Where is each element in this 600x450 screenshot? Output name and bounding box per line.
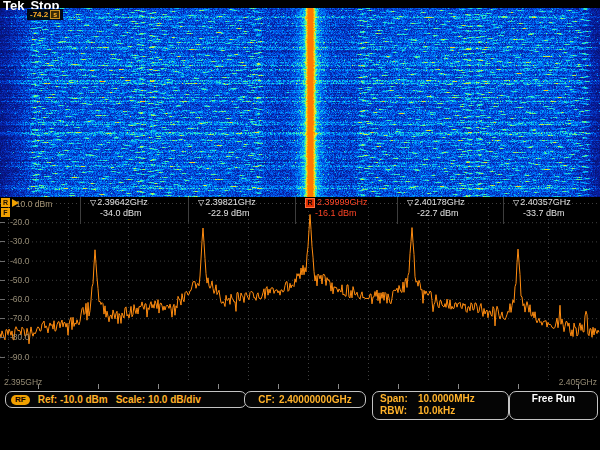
readout-separator (295, 197, 296, 224)
y-axis-tick-label: -40.0 (10, 256, 44, 266)
marker-frequency: ▽2.39821GHz (198, 197, 256, 208)
rf-channel-badge[interactable]: R F (1, 198, 10, 218)
center-frequency-readout[interactable]: CF: 2.40000000GHz (244, 391, 366, 408)
spectrogram-display (0, 8, 600, 197)
trigger-mode-readout[interactable]: Free Run (509, 391, 598, 420)
scale-readout: Scale: 10.0 dB/div (116, 394, 201, 405)
marker-readout: ▽2.39821GHz-22.9 dBm (198, 197, 256, 218)
marker-triangle-icon: ▽ (407, 198, 413, 207)
marker-amplitude: -16.1 dBm (315, 208, 368, 218)
marker-amplitude: -22.7 dBm (417, 208, 465, 218)
marker-readout: ▽2.40178GHz-22.7 dBm (407, 197, 465, 218)
cf-value: 2.40000000GHz (279, 394, 352, 405)
spectrogram-time-value: -74.2 (30, 10, 48, 19)
span-row: Span: 10.0000MHz (380, 393, 508, 405)
y-axis-tick-label: -90.0 (10, 352, 44, 362)
marker-frequency: R2.39999GHz (305, 197, 368, 208)
span-label: Span: (380, 393, 418, 405)
ref-level-indicator-icon (12, 199, 19, 207)
rf-ref-scale-readout[interactable]: RF Ref: -10.0 dBm Scale: 10.0 dB/div (5, 391, 247, 408)
y-axis-tick-label: -50.0 (10, 275, 44, 285)
cf-label: CF: (258, 394, 275, 405)
marker-frequency: ▽2.39642GHz (90, 197, 148, 208)
rf-chip: RF (11, 395, 30, 405)
span-rbw-readout[interactable]: Span: 10.0000MHz RBW: 10.0kHz (372, 391, 509, 420)
y-axis-tick (0, 241, 5, 242)
spectrogram-time-readout[interactable]: -74.2 s (27, 9, 63, 20)
marker-triangle-icon: ▽ (90, 198, 96, 207)
marker-readout: ▽2.39642GHz-34.0 dBm (90, 197, 148, 218)
y-axis-tick (0, 222, 5, 223)
readout-separator (397, 197, 398, 224)
y-axis-tick-label: -30.0 (10, 236, 44, 246)
rbw-label: RBW: (380, 405, 418, 417)
ref-readout: Ref: -10.0 dBm (38, 394, 108, 405)
start-frequency-label: 2.395GHz (4, 377, 42, 387)
stop-frequency-label: 2.405GHz (559, 377, 597, 387)
rf-badge-letter-f: F (1, 208, 10, 217)
marker-readout: ▽2.40357GHz-33.7 dBm (513, 197, 571, 218)
span-value: 10.0000MHz (418, 393, 475, 405)
rbw-value: 10.0kHz (418, 405, 455, 417)
trigger-mode-label: Free Run (532, 393, 575, 404)
tek-logo: Tek (3, 0, 24, 13)
y-axis-tick (0, 280, 5, 281)
y-axis-tick (0, 261, 5, 262)
marker-triangle-icon: ▽ (198, 198, 204, 207)
y-axis-tick-label: -60.0 (10, 294, 44, 304)
reference-marker-icon: R (305, 198, 315, 208)
oscilloscope-screen: Tek Stop -74.2 s R F -10.0 dBm 2.395GHz … (0, 0, 600, 450)
marker-triangle-icon: ▽ (513, 198, 519, 207)
rbw-row: RBW: 10.0kHz (380, 405, 508, 417)
y-axis-tick (0, 299, 5, 300)
y-axis-tick (0, 337, 5, 338)
marker-amplitude: -34.0 dBm (100, 208, 148, 218)
marker-frequency: ▽2.40178GHz (407, 197, 465, 208)
y-axis-tick-label: -20.0 (10, 217, 44, 227)
readout-separator (80, 197, 81, 224)
marker-frequency: ▽2.40357GHz (513, 197, 571, 208)
spectrum-display (0, 195, 600, 390)
spectrogram-time-unit: s (50, 10, 60, 19)
reference-marker-readout: R2.39999GHz-16.1 dBm (305, 197, 368, 218)
y-axis-tick (0, 318, 5, 319)
y-axis-tick (0, 357, 5, 358)
rf-badge-letter-r: R (1, 198, 10, 207)
marker-amplitude: -33.7 dBm (523, 208, 571, 218)
readout-separator (188, 197, 189, 224)
y-axis-tick-label: -70.0 (10, 313, 44, 323)
readout-separator (503, 197, 504, 224)
marker-amplitude: -22.9 dBm (208, 208, 256, 218)
y-axis-tick-label: -80.0 (10, 332, 44, 342)
